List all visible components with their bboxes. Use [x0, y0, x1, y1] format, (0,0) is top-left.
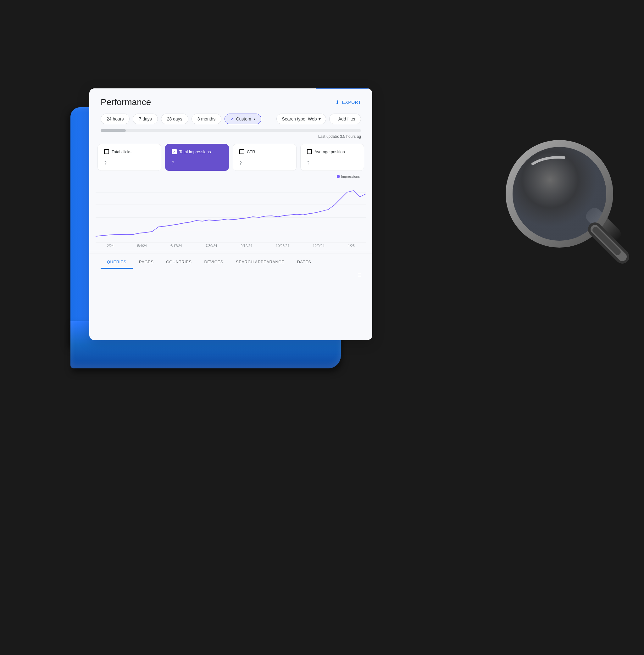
position-checkbox[interactable]	[307, 149, 312, 154]
last-update-text: Last update: 3.5 hours ag	[89, 132, 372, 140]
x-label-6: 12/9/24	[313, 244, 324, 248]
tabs-row: QUERIES PAGES COUNTRIES DEVICES SEARCH A…	[89, 253, 372, 269]
custom-label: Custom	[236, 116, 251, 121]
position-label: Average position	[315, 150, 345, 154]
x-label-1: 5/4/24	[137, 244, 147, 248]
x-label-5: 10/26/24	[276, 244, 289, 248]
x-axis-labels: 2/24 5/4/24 6/17/24 7/30/24 9/12/24 10/2…	[96, 243, 366, 248]
svg-line-9	[595, 229, 622, 257]
impressions-checkbox[interactable]: ✓	[172, 149, 177, 154]
caret-icon: ▾	[254, 117, 255, 121]
filter-7d[interactable]: 7 days	[133, 114, 158, 124]
chart-svg	[96, 180, 366, 243]
magnifying-glass	[498, 132, 630, 265]
page-title: Performance	[101, 97, 151, 107]
filter-28d[interactable]: 28 days	[161, 114, 188, 124]
metric-position[interactable]: Average position ?	[300, 144, 364, 171]
position-help-icon[interactable]: ?	[307, 160, 358, 165]
export-button[interactable]: ⬇ EXPORT	[335, 99, 361, 106]
svg-point-6	[509, 143, 610, 244]
check-icon: ✓	[230, 117, 234, 121]
add-filter-button[interactable]: + Add filter	[329, 114, 361, 124]
card-highlight	[316, 88, 372, 89]
x-label-4: 9/12/24	[240, 244, 252, 248]
filter-bar: 24 hours 7 days 28 days 3 months ✓ Custo…	[89, 107, 372, 129]
export-label: EXPORT	[342, 100, 361, 105]
metrics-row: Total clicks ? ✓ Total impressions ? CTR	[89, 140, 372, 175]
x-label-3: 7/30/24	[206, 244, 217, 248]
search-type-label: Search type: Web	[282, 116, 317, 121]
svg-line-8	[595, 229, 622, 257]
svg-line-10	[596, 230, 618, 252]
impressions-help-icon[interactable]: ?	[172, 160, 222, 165]
filter-3m[interactable]: 3 months	[191, 114, 222, 124]
card-header: Performance ⬇ EXPORT	[89, 88, 372, 107]
search-type-caret: ▾	[319, 116, 321, 121]
download-icon: ⬇	[335, 99, 340, 106]
scroll-track[interactable]	[101, 129, 361, 132]
ctr-label: CTR	[247, 150, 255, 154]
tab-devices[interactable]: DEVICES	[198, 254, 230, 269]
metric-ctr[interactable]: CTR ?	[233, 144, 297, 171]
metric-impressions[interactable]: ✓ Total impressions ?	[165, 144, 229, 171]
filter-custom[interactable]: ✓ Custom ▾	[225, 114, 261, 124]
search-type-button[interactable]: Search type: Web ▾	[276, 114, 326, 124]
svg-point-7	[512, 147, 606, 241]
add-filter-label: + Add filter	[335, 116, 355, 121]
filter-24h[interactable]: 24 hours	[101, 114, 130, 124]
ctr-help-icon[interactable]: ?	[239, 160, 290, 165]
clicks-checkbox[interactable]	[104, 149, 109, 154]
x-label-7: 1/25	[348, 244, 355, 248]
tab-countries[interactable]: COUNTRIES	[160, 254, 198, 269]
tab-queries[interactable]: QUERIES	[101, 254, 133, 269]
tab-search-appearance[interactable]: SEARCH APPEARANCE	[230, 254, 291, 269]
tab-divider	[89, 251, 372, 251]
x-label-0: 2/24	[107, 244, 114, 248]
tab-pages[interactable]: PAGES	[133, 254, 160, 269]
svg-rect-5	[583, 205, 623, 245]
impressions-check-mark: ✓	[173, 150, 176, 154]
chart-area: Impressions 2/24 5/4/24	[89, 175, 372, 251]
clicks-help-icon[interactable]: ?	[104, 160, 155, 165]
ctr-checkbox[interactable]	[239, 149, 244, 154]
legend-dot	[337, 175, 340, 178]
metric-clicks[interactable]: Total clicks ?	[97, 144, 161, 171]
clicks-label: Total clicks	[112, 150, 132, 154]
x-label-2: 6/17/24	[170, 244, 182, 248]
legend-impressions: Impressions	[337, 175, 360, 178]
performance-card: Performance ⬇ EXPORT 24 hours 7 days 28 …	[89, 88, 372, 340]
tab-dates[interactable]: DATES	[291, 254, 317, 269]
chart-legend: Impressions	[96, 175, 366, 178]
impressions-label: Total impressions	[179, 150, 211, 154]
scroll-thumb[interactable]	[101, 129, 126, 132]
filter-icon[interactable]: ≡	[358, 272, 361, 278]
filter-icon-row: ≡	[89, 269, 372, 281]
legend-label: Impressions	[341, 175, 360, 178]
